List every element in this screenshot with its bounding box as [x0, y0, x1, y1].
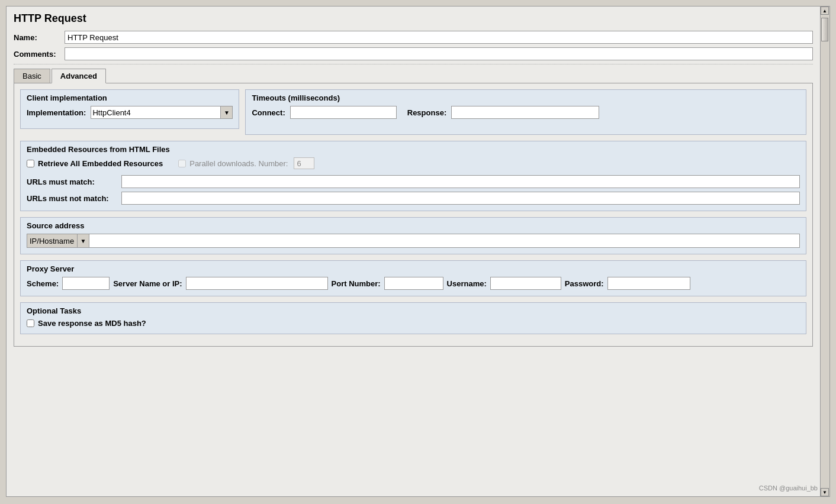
urls-not-match-label: URLs must not match:: [27, 194, 121, 203]
parallel-number-input: [294, 157, 314, 169]
connect-input[interactable]: [290, 106, 397, 119]
scrollbar[interactable]: ▲ ▼: [820, 7, 829, 496]
proxy-server-title: Proxy Server: [27, 264, 800, 273]
scrollbar-track: [821, 15, 829, 488]
tabs: Basic Advanced: [14, 68, 813, 83]
name-label: Name:: [14, 33, 61, 42]
scheme-label: Scheme:: [27, 279, 59, 288]
optional-tasks-title: Optional Tasks: [27, 306, 800, 315]
response-label: Response:: [407, 108, 446, 117]
comments-input[interactable]: [65, 47, 813, 60]
client-implementation-section: Client implementation Implementation: Ht…: [20, 89, 239, 129]
embedded-resources-title: Embedded Resources from HTML Files: [27, 145, 800, 154]
parallel-label: Parallel downloads. Number:: [189, 159, 288, 168]
tab-content-advanced: Client implementation Implementation: Ht…: [14, 83, 813, 347]
impl-label: Implementation:: [27, 108, 86, 117]
source-row: IP/Hostname Device IP ▼: [27, 234, 800, 248]
scrollbar-down-btn[interactable]: ▼: [821, 488, 829, 496]
source-value-input[interactable]: [89, 234, 800, 248]
username-input[interactable]: [490, 277, 561, 290]
proxy-row: Scheme: Server Name or IP: Port Number: …: [27, 277, 800, 290]
port-input[interactable]: [384, 277, 443, 290]
source-address-section: Source address IP/Hostname Device IP ▼: [20, 217, 806, 254]
impl-select-combo: HttpClient4 HttpClient3.1 ▼: [91, 106, 233, 119]
urls-match-label: URLs must match:: [27, 177, 121, 186]
watermark: CSDN @guaihui_bb: [759, 484, 818, 492]
username-label: Username:: [447, 279, 487, 288]
tab-basic[interactable]: Basic: [14, 69, 50, 83]
proxy-server-section: Proxy Server Scheme: Server Name or IP: …: [20, 260, 806, 296]
retrieve-label: Retrieve All Embedded Resources: [38, 159, 163, 168]
optional-tasks-section: Optional Tasks Save response as MD5 hash…: [20, 302, 806, 334]
md5-checkbox[interactable]: [27, 319, 34, 327]
impl-dropdown-btn[interactable]: ▼: [221, 106, 233, 119]
urls-not-match-input[interactable]: [121, 192, 800, 205]
embedded-resources-section: Embedded Resources from HTML Files Retri…: [20, 141, 806, 211]
tab-advanced[interactable]: Advanced: [52, 69, 106, 83]
source-dropdown-btn[interactable]: ▼: [78, 234, 89, 248]
scrollbar-up-btn[interactable]: ▲: [821, 7, 829, 15]
urls-match-input[interactable]: [121, 175, 800, 188]
impl-select[interactable]: HttpClient4 HttpClient3.1: [91, 106, 221, 119]
comments-label: Comments:: [14, 50, 61, 59]
page-title: HTTP Request: [14, 12, 813, 25]
password-label: Password:: [565, 279, 604, 288]
source-address-title: Source address: [27, 221, 800, 230]
port-label: Port Number:: [332, 279, 381, 288]
server-label: Server Name or IP:: [113, 279, 182, 288]
connect-label: Connect:: [252, 108, 285, 117]
timeouts-title: Timeouts (milliseconds): [252, 93, 800, 102]
parallel-checkbox[interactable]: [178, 160, 186, 167]
password-input[interactable]: [607, 277, 690, 290]
server-input[interactable]: [186, 277, 328, 290]
response-input[interactable]: [451, 106, 599, 119]
client-impl-title: Client implementation: [27, 93, 233, 102]
md5-label: Save response as MD5 hash?: [38, 319, 146, 328]
name-input[interactable]: [65, 31, 813, 44]
retrieve-checkbox[interactable]: [27, 160, 34, 167]
scheme-input[interactable]: [62, 277, 110, 290]
timeouts-section: Timeouts (milliseconds) Connect: Respons…: [245, 89, 806, 135]
source-type-select[interactable]: IP/Hostname Device IP: [27, 234, 78, 248]
scrollbar-thumb[interactable]: [821, 18, 828, 41]
